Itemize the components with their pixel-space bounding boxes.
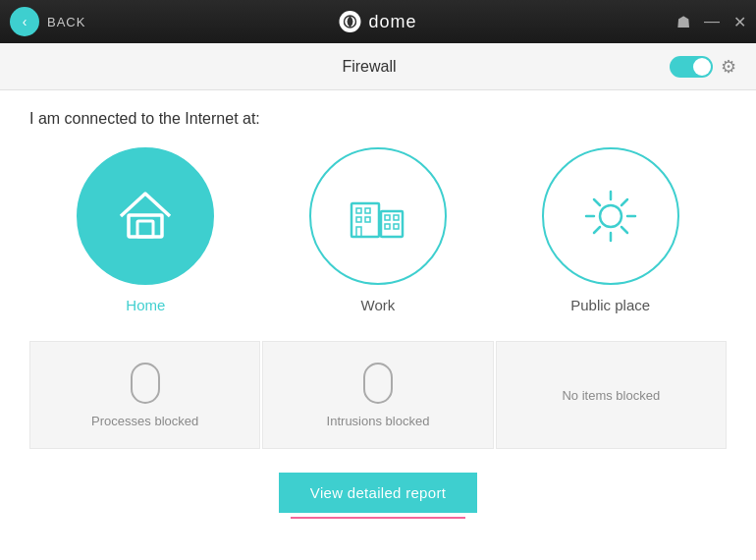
back-label: BACK: [47, 15, 85, 29]
processes-label: Processes blocked: [91, 414, 198, 428]
report-underline: [291, 517, 465, 519]
stat-processes: Processes blocked: [29, 341, 260, 449]
svg-line-20: [621, 227, 627, 233]
svg-rect-4: [356, 208, 361, 213]
report-section: View detailed report: [29, 473, 727, 519]
svg-rect-13: [394, 224, 399, 229]
network-option-home[interactable]: Home: [57, 147, 234, 313]
stats-row: Processes blocked Intrusions blocked No …: [29, 341, 727, 449]
svg-rect-1: [129, 215, 162, 237]
stat-items: No items blocked: [496, 341, 727, 449]
intrusions-label: Intrusions blocked: [327, 414, 430, 428]
firewall-title: Firewall: [69, 58, 670, 76]
firewall-bar: Firewall ⚙: [0, 43, 756, 90]
minimize-button[interactable]: —: [704, 13, 720, 30]
svg-point-14: [600, 205, 621, 227]
network-option-work[interactable]: Work: [290, 147, 466, 313]
stat-intrusions: Intrusions blocked: [262, 341, 493, 449]
logo-text: dome: [368, 12, 416, 32]
svg-rect-2: [137, 221, 153, 237]
logo-icon: [339, 11, 360, 32]
svg-rect-7: [365, 217, 370, 222]
work-circle: [309, 147, 447, 285]
title-bar-center: dome: [339, 11, 416, 32]
toggle-area: ⚙: [670, 56, 736, 78]
main-content: I am connected to the Internet at: Home: [0, 90, 756, 529]
public-circle: [542, 147, 679, 285]
network-options: Home: [29, 147, 727, 313]
svg-rect-10: [385, 215, 390, 220]
firewall-toggle[interactable]: [670, 56, 713, 78]
svg-line-21: [621, 199, 627, 205]
svg-rect-12: [385, 224, 390, 229]
no-items-label: No items blocked: [562, 388, 660, 403]
view-report-button[interactable]: View detailed report: [279, 473, 477, 513]
public-label: Public place: [570, 297, 650, 313]
title-bar: ‹ BACK dome ☗ — ✕: [0, 0, 756, 43]
work-label: Work: [361, 297, 396, 313]
svg-rect-8: [356, 227, 361, 237]
title-bar-left: ‹ BACK: [10, 7, 85, 36]
back-button[interactable]: ‹: [10, 7, 39, 36]
user-icon[interactable]: ☗: [676, 13, 690, 31]
processes-zero-icon: [131, 363, 160, 404]
home-circle: [77, 147, 214, 285]
svg-rect-6: [356, 217, 361, 222]
settings-icon[interactable]: ⚙: [721, 56, 736, 78]
home-label: Home: [126, 297, 165, 313]
intrusions-zero-icon: [363, 363, 393, 404]
close-button[interactable]: ✕: [733, 13, 746, 31]
svg-line-22: [594, 227, 600, 233]
svg-rect-11: [394, 215, 399, 220]
svg-rect-5: [365, 208, 370, 213]
title-bar-right: ☗ — ✕: [676, 13, 746, 31]
network-option-public[interactable]: Public place: [522, 147, 699, 313]
connection-label: I am connected to the Internet at:: [29, 110, 727, 128]
svg-line-19: [594, 199, 600, 205]
